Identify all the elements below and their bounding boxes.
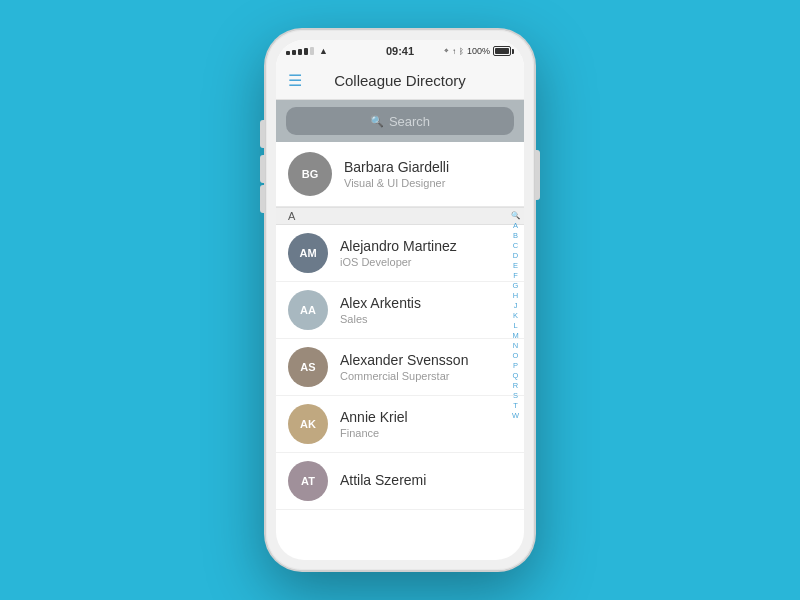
index-letter-t[interactable]: T bbox=[509, 401, 522, 410]
contact-name: Attila Szeremi bbox=[340, 472, 426, 488]
index-letter-m[interactable]: M bbox=[509, 331, 522, 340]
index-letter-q[interactable]: Q bbox=[509, 371, 522, 380]
avatar-initials: AA bbox=[288, 290, 328, 330]
contact-info: Alex Arkentis Sales bbox=[340, 295, 421, 325]
avatar: AM bbox=[288, 233, 328, 273]
battery-percent: 100% bbox=[467, 46, 490, 56]
avatar: AK bbox=[288, 404, 328, 444]
status-right: ⌖ ↑ ᛒ 100% bbox=[444, 46, 514, 56]
contact-list: A AM Alejandro Martinez iOS Developer AA… bbox=[276, 207, 524, 560]
index-letter-s[interactable]: S bbox=[509, 391, 522, 400]
status-time: 09:41 bbox=[386, 45, 414, 57]
avatar-initials: AT bbox=[288, 461, 328, 501]
contact-info: Attila Szeremi bbox=[340, 472, 426, 490]
contact-role: Commercial Superstar bbox=[340, 370, 468, 382]
index-letter-r[interactable]: R bbox=[509, 381, 522, 390]
index-letter-f[interactable]: F bbox=[509, 271, 522, 280]
bluetooth-icon: ᛒ bbox=[459, 47, 464, 56]
search-label: Search bbox=[389, 114, 430, 129]
contact-info: Annie Kriel Finance bbox=[340, 409, 408, 439]
search-icon: 🔍 bbox=[370, 115, 384, 128]
featured-contact-info: Barbara Giardelli Visual & UI Designer bbox=[344, 159, 449, 189]
avatar: AT bbox=[288, 461, 328, 501]
avatar-initials: AS bbox=[288, 347, 328, 387]
featured-contact-name: Barbara Giardelli bbox=[344, 159, 449, 175]
contact-info: Alejandro Martinez iOS Developer bbox=[340, 238, 457, 268]
index-letter-n[interactable]: N bbox=[509, 341, 522, 350]
contact-name: Alexander Svensson bbox=[340, 352, 468, 368]
list-item[interactable]: AT Attila Szeremi bbox=[276, 453, 524, 510]
section-header-a: A bbox=[276, 207, 524, 225]
phone-screen: ▲ 09:41 ⌖ ↑ ᛒ 100% ☰ Colleague Directory bbox=[276, 40, 524, 560]
index-letter-a[interactable]: A bbox=[509, 221, 522, 230]
list-item[interactable]: AS Alexander Svensson Commercial Superst… bbox=[276, 339, 524, 396]
index-letter-search[interactable]: 🔍 bbox=[509, 211, 522, 220]
index-letter-b[interactable]: B bbox=[509, 231, 522, 240]
nav-bar: ☰ Colleague Directory bbox=[276, 62, 524, 100]
list-item[interactable]: AA Alex Arkentis Sales bbox=[276, 282, 524, 339]
list-item[interactable]: AK Annie Kriel Finance bbox=[276, 396, 524, 453]
index-letter-d[interactable]: D bbox=[509, 251, 522, 260]
index-letter-g[interactable]: G bbox=[509, 281, 522, 290]
status-left: ▲ bbox=[286, 46, 328, 56]
avatar: BG bbox=[288, 152, 332, 196]
index-sidebar: 🔍 A B C D E F G H J K L M N O P Q R S T bbox=[509, 207, 522, 560]
index-letter-j[interactable]: J bbox=[509, 301, 522, 310]
index-letter-c[interactable]: C bbox=[509, 241, 522, 250]
featured-contact[interactable]: BG Barbara Giardelli Visual & UI Designe… bbox=[276, 142, 524, 207]
index-letter-p[interactable]: P bbox=[509, 361, 522, 370]
avatar: AA bbox=[288, 290, 328, 330]
battery-icon bbox=[493, 46, 514, 56]
index-letter-k[interactable]: K bbox=[509, 311, 522, 320]
avatar: AS bbox=[288, 347, 328, 387]
index-letter-e[interactable]: E bbox=[509, 261, 522, 270]
index-letter-l[interactable]: L bbox=[509, 321, 522, 330]
menu-icon[interactable]: ☰ bbox=[288, 71, 302, 90]
search-bar-container: 🔍 Search bbox=[276, 100, 524, 142]
index-letter-w[interactable]: W bbox=[509, 411, 522, 420]
status-bar: ▲ 09:41 ⌖ ↑ ᛒ 100% bbox=[276, 40, 524, 62]
signal-icon bbox=[286, 47, 314, 55]
contact-role: iOS Developer bbox=[340, 256, 457, 268]
contact-role: Sales bbox=[340, 313, 421, 325]
avatar-initials: AK bbox=[288, 404, 328, 444]
contact-name: Annie Kriel bbox=[340, 409, 408, 425]
contact-role: Finance bbox=[340, 427, 408, 439]
avatar-initials: BG bbox=[288, 152, 332, 196]
contact-name: Alejandro Martinez bbox=[340, 238, 457, 254]
phone-frame: ▲ 09:41 ⌖ ↑ ᛒ 100% ☰ Colleague Directory bbox=[266, 30, 534, 570]
location-icon: ⌖ bbox=[444, 46, 449, 56]
contact-info: Alexander Svensson Commercial Superstar bbox=[340, 352, 468, 382]
featured-contact-role: Visual & UI Designer bbox=[344, 177, 449, 189]
index-letter-h[interactable]: H bbox=[509, 291, 522, 300]
contact-name: Alex Arkentis bbox=[340, 295, 421, 311]
search-bar[interactable]: 🔍 Search bbox=[286, 107, 514, 135]
page-title: Colleague Directory bbox=[334, 72, 466, 89]
avatar-initials: AM bbox=[288, 233, 328, 273]
arrow-icon: ↑ bbox=[452, 47, 456, 56]
wifi-icon: ▲ bbox=[319, 46, 328, 56]
list-item[interactable]: AM Alejandro Martinez iOS Developer bbox=[276, 225, 524, 282]
index-letter-o[interactable]: O bbox=[509, 351, 522, 360]
